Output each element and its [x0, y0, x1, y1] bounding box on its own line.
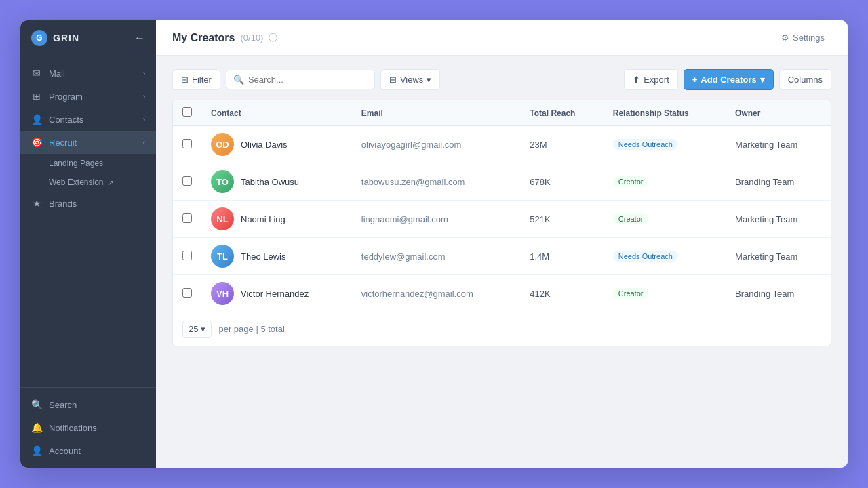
owner-cell: Branding Team — [726, 163, 831, 201]
creators-table: Contact Email Total Reach Relationship S… — [172, 100, 831, 346]
page-count: (0/10) — [240, 33, 263, 43]
reach-cell: 521K — [520, 201, 604, 238]
sidebar-item-search[interactable]: 🔍 Search — [20, 393, 156, 416]
sidebar-item-search-label: Search — [49, 400, 77, 410]
avatar: VH — [211, 282, 234, 305]
per-page-select[interactable]: 25 ▾ — [182, 321, 212, 338]
email-cell: lingnaomi@gmail.com — [352, 201, 520, 238]
sidebar-item-mail[interactable]: ✉ Mail › — [20, 62, 156, 85]
search-nav-icon: 🔍 — [31, 399, 42, 410]
views-label: Views — [400, 75, 423, 85]
notifications-nav-icon: 🔔 — [31, 422, 42, 433]
mail-chevron-icon: › — [143, 70, 145, 77]
views-button[interactable]: ⊞ Views ▾ — [380, 69, 440, 90]
sidebar-item-recruit[interactable]: 🎯 Recruit ‹ — [20, 131, 156, 154]
status-cell: Creator — [604, 201, 726, 238]
reach-cell: 678K — [520, 163, 604, 201]
sidebar-collapse-button[interactable]: ← — [134, 32, 145, 44]
export-button[interactable]: ⬆ Export — [624, 69, 678, 90]
add-creators-button[interactable]: + Add Creators ▾ — [684, 69, 774, 90]
add-creators-plus-icon: + — [692, 75, 698, 85]
contacts-chevron-icon: › — [143, 116, 145, 123]
status-badge: Creator — [613, 214, 649, 224]
search-input[interactable] — [248, 75, 368, 85]
web-extension-label: Web Extension — [49, 178, 104, 187]
status-cell: Needs Outreach — [604, 126, 726, 163]
sidebar-subitem-landing-pages[interactable]: Landing Pages — [49, 154, 156, 173]
email-cell: oliviayogagirl@gmail.com — [352, 126, 520, 163]
sidebar-nav: ✉ Mail › ⊞ Program › 👤 Contacts › — [20, 56, 156, 387]
add-creators-label: Add Creators — [701, 75, 756, 85]
per-page-chevron-icon: ▾ — [201, 324, 205, 334]
search-box[interactable]: 🔍 — [226, 70, 375, 89]
avatar: OD — [211, 133, 234, 156]
sidebar-subitem-web-extension[interactable]: Web Extension ↗ — [49, 173, 156, 192]
col-total-reach: Total Reach — [520, 100, 604, 126]
select-all-checkbox[interactable] — [182, 107, 192, 117]
program-chevron-icon: › — [143, 93, 145, 100]
program-icon: ⊞ — [31, 91, 42, 102]
table-row: VH Victor Hernandez victorhernandez@gmai… — [173, 275, 831, 312]
sidebar-item-program-label: Program — [49, 92, 83, 102]
views-chevron-icon: ▾ — [427, 75, 431, 85]
row-checkbox-3[interactable] — [182, 214, 192, 223]
contacts-icon: 👤 — [31, 114, 42, 125]
table-row: NL Naomi Ling lingnaomi@gmail.com 521K C… — [173, 201, 831, 238]
status-cell: Creator — [604, 275, 726, 312]
filter-button[interactable]: ⊟ Filter — [172, 69, 220, 90]
pagination: 25 ▾ per page | 5 total — [173, 312, 831, 346]
content-area: ⊟ Filter 🔍 ⊞ Views ▾ ⬆ Export — [156, 56, 848, 468]
add-creators-chevron-icon: ▾ — [760, 75, 765, 85]
columns-button[interactable]: Columns — [779, 69, 831, 90]
sidebar-item-account[interactable]: 👤 Account — [20, 439, 156, 462]
mail-icon: ✉ — [31, 68, 42, 79]
settings-label: Settings — [793, 33, 825, 43]
views-icon: ⊞ — [389, 75, 397, 85]
email-cell: tabowusu.zen@gmail.com — [352, 163, 520, 201]
owner-cell: Branding Team — [726, 275, 831, 312]
avatar: NL — [211, 207, 234, 230]
brands-icon: ★ — [31, 198, 42, 209]
col-email: Email — [352, 100, 520, 126]
table-row: TO Tabitha Owusu tabowusu.zen@gmail.com … — [173, 163, 831, 201]
sidebar-footer: 🔍 Search 🔔 Notifications 👤 Account — [20, 387, 156, 468]
sidebar-item-notifications[interactable]: 🔔 Notifications — [20, 416, 156, 439]
reach-cell: 23M — [520, 126, 604, 163]
email-cell: teddylew@gmail.com — [352, 238, 520, 275]
contact-name: Olivia Davis — [241, 140, 288, 150]
recruit-chevron-icon: ‹ — [143, 139, 145, 146]
filter-label: Filter — [192, 75, 212, 85]
row-checkbox-2[interactable] — [182, 176, 192, 186]
table-row: OD Olivia Davis oliviayogagirl@gmail.com… — [173, 126, 831, 163]
contact-name: Theo Lewis — [241, 251, 285, 262]
export-label: Export — [644, 75, 669, 85]
sidebar-item-program[interactable]: ⊞ Program › — [20, 85, 156, 108]
account-nav-icon: 👤 — [31, 445, 42, 456]
info-icon[interactable]: ⓘ — [269, 32, 277, 44]
main-content: My Creators (0/10) ⓘ ⚙ Settings ⊟ Filter — [156, 20, 848, 468]
owner-cell: Marketing Team — [726, 126, 831, 163]
export-icon: ⬆ — [633, 75, 640, 85]
contact-name: Naomi Ling — [241, 214, 285, 224]
sidebar-item-notifications-label: Notifications — [49, 423, 97, 433]
topbar-right: ⚙ Settings — [774, 29, 831, 46]
search-icon: 🔍 — [233, 75, 244, 85]
settings-button[interactable]: ⚙ Settings — [774, 29, 831, 46]
row-checkbox-1[interactable] — [182, 139, 192, 148]
sidebar-item-contacts[interactable]: 👤 Contacts › — [20, 108, 156, 131]
topbar: My Creators (0/10) ⓘ ⚙ Settings — [156, 20, 848, 56]
status-badge: Needs Outreach — [613, 139, 678, 150]
row-checkbox-4[interactable] — [182, 251, 192, 260]
sidebar-item-recruit-label: Recruit — [49, 138, 77, 148]
row-checkbox-5[interactable] — [182, 288, 192, 298]
logo-text: GRIN — [53, 33, 79, 43]
sidebar-item-account-label: Account — [49, 446, 81, 456]
sidebar-item-brands[interactable]: ★ Brands — [20, 192, 156, 215]
external-link-icon: ↗ — [108, 179, 113, 186]
col-owner: Owner — [726, 100, 831, 126]
reach-cell: 1.4M — [520, 238, 604, 275]
filter-icon: ⊟ — [181, 75, 189, 85]
sidebar-item-mail-label: Mail — [49, 68, 65, 79]
toolbar: ⊟ Filter 🔍 ⊞ Views ▾ ⬆ Export — [172, 69, 831, 90]
sidebar: G GRIN ← ✉ Mail › ⊞ Program › — [20, 20, 156, 468]
